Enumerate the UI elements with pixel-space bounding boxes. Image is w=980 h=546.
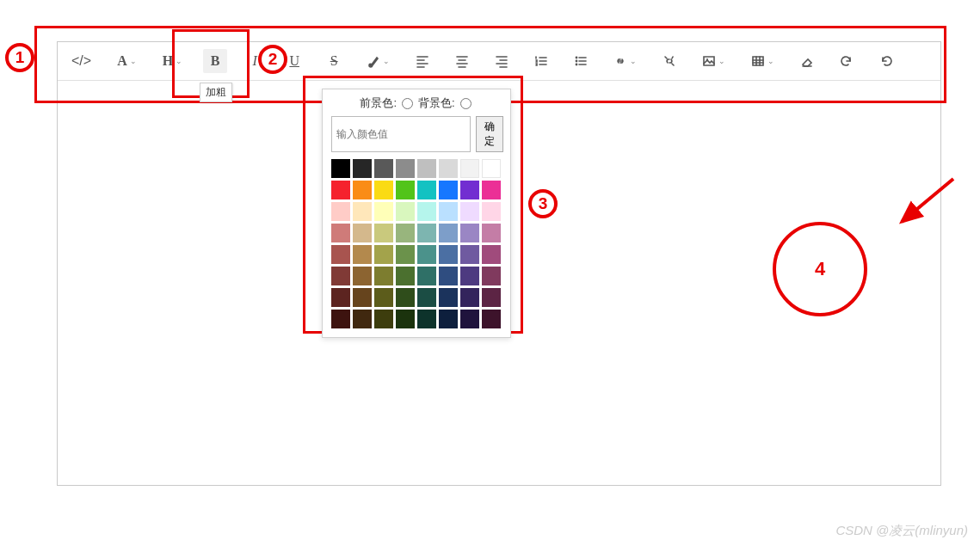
color-swatch[interactable]: [331, 202, 350, 221]
image-button[interactable]: ⌄: [697, 49, 730, 73]
color-swatch[interactable]: [374, 224, 393, 242]
color-swatch[interactable]: [396, 181, 415, 199]
color-swatch[interactable]: [331, 245, 350, 264]
color-swatch[interactable]: [482, 245, 501, 264]
color-swatch[interactable]: [353, 310, 372, 328]
italic-button[interactable]: I: [243, 49, 267, 73]
color-swatch[interactable]: [331, 267, 350, 285]
color-swatch[interactable]: [482, 267, 501, 285]
color-swatch[interactable]: [439, 245, 458, 264]
color-swatch[interactable]: [417, 288, 436, 307]
unordered-list-button[interactable]: [569, 49, 593, 73]
color-swatch[interactable]: [353, 202, 372, 221]
color-swatch[interactable]: [460, 159, 479, 178]
color-swatch[interactable]: [374, 288, 393, 307]
color-swatch[interactable]: [331, 181, 350, 199]
color-swatch[interactable]: [374, 310, 393, 328]
color-swatch[interactable]: [331, 224, 350, 242]
color-swatch[interactable]: [439, 181, 458, 199]
color-confirm-button[interactable]: 确定: [476, 116, 503, 152]
color-swatch[interactable]: [396, 267, 415, 285]
color-swatch[interactable]: [417, 245, 436, 264]
color-swatch[interactable]: [396, 224, 415, 242]
color-swatch[interactable]: [460, 202, 479, 221]
color-swatch[interactable]: [331, 310, 350, 328]
ordered-list-button[interactable]: [529, 49, 553, 73]
color-swatch[interactable]: [460, 181, 479, 199]
color-swatch[interactable]: [439, 159, 458, 178]
color-swatch[interactable]: [417, 310, 436, 328]
color-picker-button[interactable]: ⌄: [361, 49, 395, 73]
annotation-marker-1: 1: [5, 43, 34, 72]
chevron-down-icon: ⌄: [130, 57, 137, 65]
color-swatch[interactable]: [439, 310, 458, 328]
color-swatch[interactable]: [439, 202, 458, 221]
chevron-down-icon: ⌄: [767, 57, 774, 65]
foreground-radio[interactable]: [402, 98, 413, 109]
color-picker-panel: 前景色: 背景色: 确定: [322, 89, 511, 338]
background-radio[interactable]: [460, 98, 472, 109]
heading-button[interactable]: H⌄: [157, 49, 188, 73]
eraser-icon: [800, 54, 814, 68]
font-family-button[interactable]: A⌄: [112, 49, 142, 73]
color-swatch[interactable]: [417, 267, 436, 285]
color-swatch[interactable]: [331, 288, 350, 307]
chevron-down-icon: ⌄: [176, 57, 182, 65]
unlink-button[interactable]: [657, 49, 681, 73]
color-swatch[interactable]: [396, 245, 415, 264]
link-button[interactable]: ⌄: [608, 49, 642, 73]
undo-button[interactable]: [874, 49, 898, 73]
color-swatch[interactable]: [374, 245, 393, 264]
color-swatch[interactable]: [417, 159, 436, 178]
color-swatch[interactable]: [439, 267, 458, 285]
color-swatch[interactable]: [396, 202, 415, 221]
color-value-input[interactable]: [331, 116, 471, 152]
align-left-button[interactable]: [410, 49, 435, 73]
color-swatch[interactable]: [482, 310, 501, 328]
color-swatch[interactable]: [374, 267, 393, 285]
underline-button[interactable]: U: [282, 49, 306, 73]
color-swatch[interactable]: [374, 202, 393, 221]
color-swatch[interactable]: [460, 288, 479, 307]
color-swatch[interactable]: [374, 181, 393, 199]
color-swatch[interactable]: [460, 267, 479, 285]
color-swatch[interactable]: [439, 288, 458, 307]
color-swatch[interactable]: [353, 159, 372, 178]
color-swatch[interactable]: [482, 288, 501, 307]
color-swatch[interactable]: [482, 224, 501, 242]
color-swatch[interactable]: [374, 159, 393, 178]
table-icon: [751, 54, 765, 68]
table-button[interactable]: ⌄: [746, 49, 780, 73]
bold-button[interactable]: B: [203, 49, 227, 73]
align-right-button[interactable]: [490, 49, 514, 73]
color-swatch[interactable]: [396, 288, 415, 307]
align-left-icon: [416, 54, 429, 68]
color-swatch[interactable]: [439, 224, 458, 242]
color-swatch[interactable]: [353, 288, 372, 307]
color-swatch[interactable]: [460, 224, 479, 242]
bold-tooltip: 加粗: [200, 83, 232, 102]
strike-button-icon: S: [330, 53, 338, 69]
color-swatch[interactable]: [396, 159, 415, 178]
color-swatch[interactable]: [460, 310, 479, 328]
brush-icon: [367, 54, 380, 68]
color-swatch[interactable]: [331, 159, 350, 178]
redo-button[interactable]: [835, 49, 859, 73]
color-swatch[interactable]: [482, 181, 501, 199]
color-swatch[interactable]: [353, 245, 372, 264]
strike-button[interactable]: S: [322, 49, 346, 73]
heading-button-icon: H: [163, 53, 173, 69]
eraser-button[interactable]: [795, 49, 819, 73]
color-swatch[interactable]: [417, 202, 436, 221]
color-swatch[interactable]: [460, 245, 479, 264]
color-swatch[interactable]: [482, 159, 501, 178]
code-view-button[interactable]: </>: [66, 49, 96, 73]
align-center-button[interactable]: [450, 49, 474, 73]
color-swatch[interactable]: [482, 202, 501, 221]
color-swatch[interactable]: [353, 224, 372, 242]
color-swatch[interactable]: [417, 224, 436, 242]
color-swatch[interactable]: [396, 310, 415, 328]
color-swatch[interactable]: [417, 181, 436, 199]
color-swatch[interactable]: [353, 267, 372, 285]
color-swatch[interactable]: [353, 181, 372, 199]
